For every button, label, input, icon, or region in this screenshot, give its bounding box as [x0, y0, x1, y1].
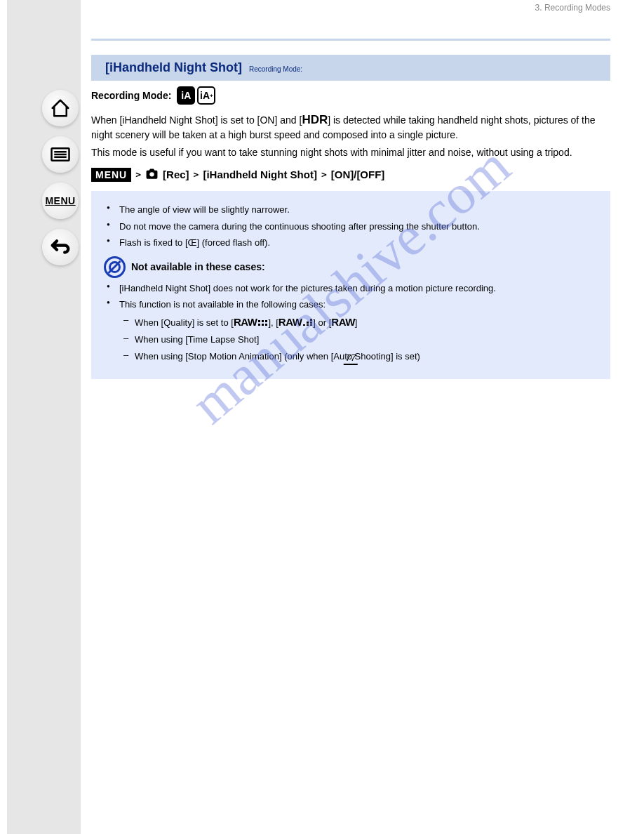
home-button[interactable]	[42, 90, 79, 126]
not-available-header: Not available in these cases:	[104, 256, 598, 278]
raw-fine-icon: RAW	[234, 316, 269, 328]
back-button[interactable]	[42, 229, 79, 265]
na-sub-item: When using [Time Lapse Shot]	[135, 333, 598, 346]
note-item: The angle of view will be slightly narro…	[119, 204, 598, 216]
arrow-icon: >	[194, 169, 199, 180]
raw-std-icon: RAW	[279, 316, 314, 328]
mode-icon-ia-plus: iA+	[197, 86, 215, 105]
raw-icon: RAW	[331, 316, 355, 328]
contents-button[interactable]	[42, 136, 79, 173]
right-margin	[616, 0, 644, 834]
na-item: This function is not available in the fo…	[119, 298, 598, 311]
body-paragraph: When [iHandheld Night Shot] is set to [O…	[91, 112, 610, 142]
section-subtitle: Recording Mode:	[249, 65, 302, 73]
menu-path-row: MENU > [Rec] > [iHandheld Night Shot] > …	[91, 167, 610, 183]
sidebar: MENU	[7, 0, 81, 834]
menu-button[interactable]: MENU	[42, 183, 79, 219]
section-bar: [iHandheld Night Shot] Recording Mode:	[91, 55, 610, 81]
menu-badge: MENU	[91, 168, 131, 182]
menu-item-label: [iHandheld Night Shot]	[203, 168, 316, 180]
modes-label: Recording Mode:	[91, 90, 171, 101]
arrow-icon: >	[135, 169, 141, 180]
na-sub-item: When using [Stop Motion Animation] (only…	[135, 350, 598, 363]
mode-icon-ia: iA	[177, 86, 195, 105]
divider	[91, 39, 610, 41]
menu-rec-label: [Rec]	[163, 168, 189, 180]
body-paragraph: This mode is useful if you want to take …	[91, 146, 610, 160]
page-header: 3. Recording Modes	[91, 3, 610, 13]
arrow-icon: >	[321, 169, 327, 180]
back-icon	[50, 237, 71, 258]
svg-point-4	[149, 172, 154, 176]
page-content: 3. Recording Modes [iHandheld Night Shot…	[91, 0, 610, 379]
na-sub-item: When [Quality] is set to [RAW], [RAW] or…	[135, 315, 598, 329]
contents-icon	[50, 144, 71, 165]
na-item: [iHandheld Night Shot] does not work for…	[119, 282, 598, 295]
section-title: [iHandheld Night Shot]	[105, 60, 242, 75]
notes-box: manualshive.com The angle of view will b…	[91, 191, 610, 379]
menu-icon-label: MENU	[45, 195, 75, 206]
recording-mode-row: Recording Mode: iA iA+	[91, 86, 610, 105]
not-available-title: Not available in these cases:	[131, 261, 265, 272]
not-available-icon	[104, 256, 126, 278]
note-item: Do not move the camera during the contin…	[119, 220, 598, 233]
camera-icon	[145, 167, 159, 183]
home-icon	[50, 98, 71, 119]
hdr-icon: HDR	[302, 113, 328, 126]
note-item: Flash is fixed to [Œ] (forced flash off)…	[119, 237, 598, 249]
menu-options: [ON]/[OFF]	[331, 168, 385, 180]
